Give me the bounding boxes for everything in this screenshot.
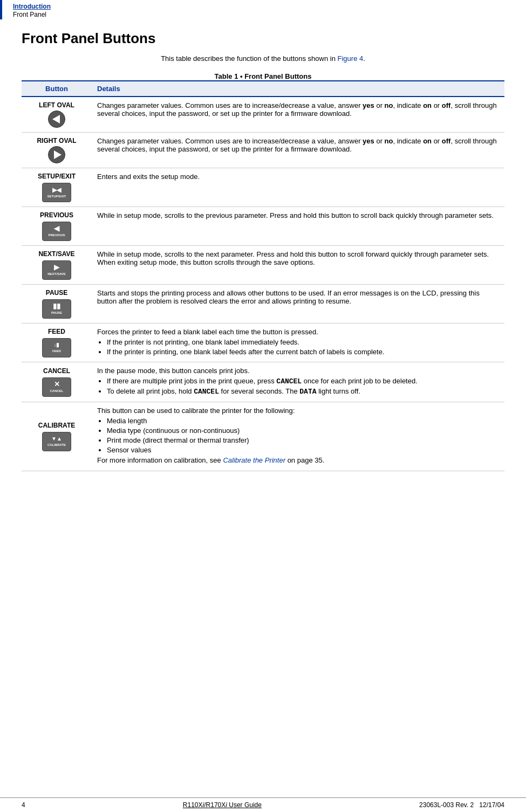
calibrate-bullet-2: Media type (continuous or non-continuous… xyxy=(107,426,499,435)
right-oval-details: Changes parameter values. Common uses ar… xyxy=(92,133,504,168)
table-row: RIGHT OVAL Changes parameter values. Com… xyxy=(22,133,504,168)
intro-text-after: . xyxy=(363,54,365,63)
figure4-link[interactable]: Figure 4 xyxy=(338,54,364,63)
cancel-bullet-1: If there are multiple print jobs in the … xyxy=(107,377,499,386)
button-name-feed: FEED ↓▮ FEED xyxy=(22,324,92,362)
col-details-header: Details xyxy=(92,81,504,97)
front-panel-table: Button Details LEFT OVAL Changes paramet… xyxy=(22,80,504,471)
left-oval-label: LEFT OVAL xyxy=(27,101,86,109)
table-title: Table 1 • Front Panel Buttons xyxy=(22,72,504,80)
next-save-label: NEXT/SAVE xyxy=(27,250,86,258)
feed-icon-inner: ↓▮ FEED xyxy=(43,339,71,357)
feed-bullet-2: If the printer is printing, one blank la… xyxy=(107,348,499,356)
pause-icon: ▮▮ PAUSE xyxy=(42,299,71,319)
button-name-left-oval: LEFT OVAL xyxy=(22,97,92,133)
setup-exit-icon: ▶◀ SETUP/EXIT xyxy=(42,183,71,202)
pause-details: Starts and stops the printing process an… xyxy=(92,285,504,324)
feed-bullets: If the printer is not printing, one blan… xyxy=(107,338,499,356)
next-save-icon-inner: ▶ NEXT/SAVE xyxy=(43,261,71,279)
calibrate-icon: ▼▲ CALIBRATE xyxy=(42,432,71,451)
feed-sym: ↓▮ FEED xyxy=(52,342,61,354)
calibrate-sym: ▼▲ CALIBRATE xyxy=(47,436,66,448)
feed-details: Forces the printer to feed a blank label… xyxy=(92,324,504,362)
feed-icon: ↓▮ FEED xyxy=(42,338,71,357)
table-row: CANCEL ✕ CANCEL In the pause mode, this … xyxy=(22,362,504,402)
cancel-icon: ✕ CANCEL xyxy=(42,377,71,397)
table-row: PAUSE ▮▮ PAUSE Starts and stops the prin… xyxy=(22,285,504,324)
button-name-cancel: CANCEL ✕ CANCEL xyxy=(22,362,92,402)
cancel-details: In the pause mode, this button cancels p… xyxy=(92,362,504,402)
intro-paragraph: This table describes the function of the… xyxy=(22,54,504,63)
feed-bullet-1: If the printer is not printing, one blan… xyxy=(107,338,499,346)
feed-label: FEED xyxy=(27,328,86,335)
col-button-header: Button xyxy=(22,81,92,97)
left-oval-icon xyxy=(48,111,65,128)
next-save-sym: ▶ NEXT/SAVE xyxy=(47,264,66,277)
footer-doc-info: 23063L-003 Rev. 2 12/17/04 xyxy=(419,801,504,809)
cancel-sym: ✕ CANCEL xyxy=(50,381,64,394)
right-oval-label: RIGHT OVAL xyxy=(27,137,86,144)
previous-label: PREVIOUS xyxy=(27,211,86,219)
data-keyword: DATA xyxy=(299,388,316,396)
right-arrow-icon xyxy=(54,150,62,159)
breadcrumb-accent xyxy=(0,0,2,19)
pause-icon-inner: ▮▮ PAUSE xyxy=(43,300,71,318)
main-content: Front Panel Buttons This table describes… xyxy=(0,20,526,504)
intro-text-before: This table describes the function of the… xyxy=(161,54,337,63)
left-arrow-icon xyxy=(52,115,60,123)
right-oval-icon xyxy=(48,146,65,163)
calibrate-label: CALIBRATE xyxy=(27,422,86,429)
button-name-right-oval: RIGHT OVAL xyxy=(22,133,92,168)
cancel-main: In the pause mode, this button cancels p… xyxy=(97,367,499,375)
cancel-label: CANCEL xyxy=(27,367,86,375)
breadcrumb-current[interactable]: Introduction xyxy=(13,3,51,10)
button-name-calibrate: CALIBRATE ▼▲ CALIBRATE xyxy=(22,402,92,471)
page-footer: 4 R110Xi/R170Xi User Guide 23063L-003 Re… xyxy=(0,797,526,812)
button-name-pause: PAUSE ▮▮ PAUSE xyxy=(22,285,92,324)
button-name-previous: PREVIOUS ◀ PREVIOUS xyxy=(22,207,92,246)
next-save-details: While in setup mode, scrolls to the next… xyxy=(92,246,504,285)
breadcrumb-sub: Front Panel xyxy=(13,11,46,18)
cancel-bullet-2: To delete all print jobs, hold CANCEL fo… xyxy=(107,387,499,396)
table-row: PREVIOUS ◀ PREVIOUS While in setup mode,… xyxy=(22,207,504,246)
setup-exit-icon-inner: ▶◀ SETUP/EXIT xyxy=(43,183,71,202)
cancel-icon-inner: ✕ CANCEL xyxy=(43,378,71,396)
calibrate-main: This button can be used to calibrate the… xyxy=(97,407,499,415)
footer-date: 12/17/04 xyxy=(479,801,504,809)
breadcrumb: Introduction Front Panel xyxy=(0,0,526,20)
next-save-icon: ▶ NEXT/SAVE xyxy=(42,260,71,280)
table-row: FEED ↓▮ FEED Forces the printer to feed … xyxy=(22,324,504,362)
pause-label: PAUSE xyxy=(27,289,86,297)
table-row: NEXT/SAVE ▶ NEXT/SAVE While in setup mod… xyxy=(22,246,504,285)
cancel-keyword-2: CANCEL xyxy=(194,388,219,396)
feed-main: Forces the printer to feed a blank label… xyxy=(97,328,499,336)
cancel-keyword-1: CANCEL xyxy=(276,377,302,386)
previous-icon-inner: ◀ PREVIOUS xyxy=(43,222,71,240)
previous-sym: ◀ PREVIOUS xyxy=(48,225,65,238)
left-oval-details: Changes parameter values. Common uses ar… xyxy=(92,97,504,133)
footer-doc-number: 23063L-003 Rev. 2 xyxy=(419,801,474,809)
previous-icon: ◀ PREVIOUS xyxy=(42,222,71,241)
calibrate-footer: For more information on calibration, see… xyxy=(97,456,499,464)
previous-details: While in setup mode, scrolls to the prev… xyxy=(92,207,504,246)
setup-exit-details: Enters and exits the setup mode. xyxy=(92,168,504,207)
footer-doc-link[interactable]: R110Xi/R170Xi User Guide xyxy=(183,801,262,809)
calibrate-details: This button can be used to calibrate the… xyxy=(92,402,504,471)
button-name-next-save: NEXT/SAVE ▶ NEXT/SAVE xyxy=(22,246,92,285)
calibrate-bullets: Media length Media type (continuous or n… xyxy=(107,417,499,454)
setup-exit-label: SETUP/EXIT xyxy=(27,173,86,180)
table-row: CALIBRATE ▼▲ CALIBRATE This button can b… xyxy=(22,402,504,471)
setup-exit-sym: ▶◀ SETUP/EXIT xyxy=(47,187,66,199)
pause-sym: ▮▮ PAUSE xyxy=(51,302,62,315)
calibrate-bullet-4: Sensor values xyxy=(107,446,499,454)
footer-page-number: 4 xyxy=(22,801,25,809)
button-name-setup-exit: SETUP/EXIT ▶◀ SETUP/EXIT xyxy=(22,168,92,207)
calibrate-bullet-1: Media length xyxy=(107,417,499,425)
calibrate-bullet-3: Print mode (direct thermal or thermal tr… xyxy=(107,436,499,444)
table-row: LEFT OVAL Changes parameter values. Comm… xyxy=(22,97,504,133)
table-header-row: Button Details xyxy=(22,81,504,97)
footer-doc-title: R110Xi/R170Xi User Guide xyxy=(183,801,262,809)
cancel-bullets: If there are multiple print jobs in the … xyxy=(107,377,499,396)
calibrate-the-printer-link[interactable]: Calibrate the Printer xyxy=(223,456,285,464)
calibrate-icon-inner: ▼▲ CALIBRATE xyxy=(43,432,71,451)
